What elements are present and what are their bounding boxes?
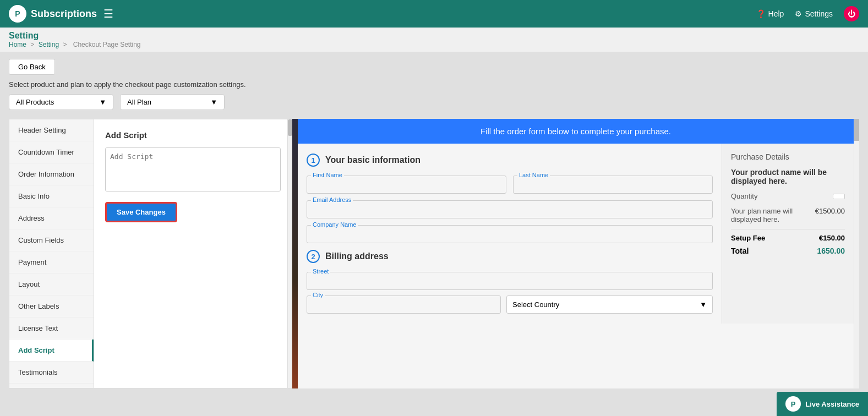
country-select[interactable]: Select Country ▼: [506, 295, 713, 314]
setup-fee-value: €150.00: [819, 234, 845, 242]
preview-scrollbar: [854, 119, 859, 388]
name-row: First Name Last Name: [307, 176, 713, 194]
breadcrumb-setting[interactable]: Setting: [39, 41, 59, 48]
email-label: Email Address: [311, 196, 353, 203]
breadcrumb-bar: Setting Home > Setting > Checkout Page S…: [0, 28, 868, 52]
logo-icon: P: [9, 5, 26, 23]
plan-name: Your plan name will displayed here.: [731, 207, 815, 223]
sidebar-item-layout[interactable]: Layout: [9, 273, 94, 295]
sidebar-item-custom-fields[interactable]: Custom Fields: [9, 229, 94, 251]
checkout-header: Fill the order form below to complete yo…: [298, 119, 854, 144]
street-field: Street: [307, 272, 713, 290]
script-textarea[interactable]: [105, 147, 281, 191]
city-input[interactable]: [307, 295, 501, 314]
breadcrumb: Home > Setting > Checkout Page Setting: [9, 41, 859, 48]
power-icon: ⏻: [848, 9, 855, 18]
help-button[interactable]: ❓ Help: [756, 9, 784, 18]
section1-title-row: 1 Your basic information: [307, 154, 713, 167]
preview-background: Fill the order form below to complete yo…: [292, 119, 859, 388]
total-label: Total: [731, 247, 749, 255]
breadcrumb-home[interactable]: Home: [9, 41, 26, 48]
plan-dropdown[interactable]: All Plan ▼: [120, 94, 225, 110]
sidebar-item-other-labels[interactable]: Other Labels: [9, 295, 94, 318]
sidebar-item-payment[interactable]: Payment: [9, 251, 94, 273]
plan-price: €1500.00: [815, 207, 845, 223]
live-assistance-button[interactable]: P Live Assistance: [777, 392, 868, 416]
live-assist-label: Live Assistance: [805, 400, 859, 408]
sidebar-item-license-text[interactable]: License Text: [9, 318, 94, 340]
last-name-label: Last Name: [517, 172, 550, 178]
sidebar: Header Setting Countdown Timer Order Inf…: [9, 119, 94, 388]
first-name-field: First Name: [307, 176, 506, 194]
company-input[interactable]: [307, 225, 713, 243]
gear-icon: ⚙: [795, 9, 802, 18]
product-name: Your product name will be displayed here…: [731, 168, 845, 185]
email-input[interactable]: [307, 200, 713, 218]
script-panel-title: Add Script: [105, 130, 281, 140]
section2-title-row: 2 Billing address: [307, 250, 713, 263]
setup-fee-row: Setup Fee €150.00: [731, 234, 845, 242]
purchase-details-panel: Purchase Details Your product name will …: [722, 144, 854, 324]
scroll-bar: [287, 119, 292, 388]
section1-num: 1: [307, 154, 320, 167]
nav-left: P Subscriptions ☰: [9, 5, 113, 23]
save-changes-button[interactable]: Save Changes: [105, 202, 177, 222]
sidebar-item-add-script[interactable]: Add Script: [9, 340, 94, 362]
content-row: Header Setting Countdown Timer Order Inf…: [9, 119, 859, 388]
checkout-form: Fill the order form below to complete yo…: [298, 119, 854, 388]
sidebar-item-order-information[interactable]: Order Information: [9, 163, 94, 185]
section1-title: Your basic information: [325, 155, 421, 165]
settings-button[interactable]: ⚙ Settings: [795, 9, 833, 18]
page-title-top: Setting: [9, 31, 859, 41]
billing-section: 2 Billing address Street City: [307, 250, 713, 314]
top-navigation: P Subscriptions ☰ ❓ Help ⚙ Settings ⏻: [0, 0, 868, 28]
street-label: Street: [311, 268, 330, 275]
checkout-left: 1 Your basic information First Name Last…: [298, 144, 722, 324]
quantity-label: Quantity: [731, 192, 757, 200]
sidebar-item-footer[interactable]: Footer: [9, 384, 94, 388]
live-assist-logo: P: [785, 396, 801, 412]
divider: [731, 229, 845, 229]
city-field: City: [307, 295, 501, 314]
purchase-title: Purchase Details: [731, 152, 845, 161]
preview-scroll-thumb[interactable]: [854, 119, 859, 141]
sidebar-item-testimonials[interactable]: Testimonials: [9, 362, 94, 384]
app-logo: P Subscriptions: [9, 5, 97, 23]
sidebar-item-basic-info[interactable]: Basic Info: [9, 185, 94, 207]
company-field: Company Name: [307, 225, 713, 243]
section2-num: 2: [307, 250, 320, 263]
street-input[interactable]: [307, 272, 713, 290]
setup-fee-label: Setup Fee: [731, 234, 765, 242]
sidebar-item-address[interactable]: Address: [9, 207, 94, 229]
sidebar-item-countdown-timer[interactable]: Countdown Timer: [9, 141, 94, 163]
quantity-row: Quantity: [731, 192, 845, 200]
section2-title: Billing address: [325, 251, 389, 261]
power-button[interactable]: ⏻: [844, 6, 859, 21]
hamburger-icon[interactable]: ☰: [103, 7, 113, 20]
chevron-down-icon: ▼: [210, 98, 217, 106]
total-value: 1650.00: [817, 247, 845, 255]
go-back-button[interactable]: Go Back: [9, 59, 55, 75]
checkout-header-text: Fill the order form below to complete yo…: [481, 127, 671, 136]
email-field: Email Address: [307, 200, 713, 218]
breadcrumb-current: Checkout Page Setting: [73, 41, 141, 48]
description-text: Select product and plan to apply the che…: [9, 80, 859, 89]
chevron-down-icon: ▼: [700, 300, 707, 309]
app-name: Subscriptions: [31, 8, 97, 20]
city-label: City: [311, 292, 325, 298]
product-dropdown[interactable]: All Products ▼: [9, 94, 113, 110]
preview-panel: Fill the order form below to complete yo…: [292, 119, 859, 388]
main-area: Go Back Select product and plan to apply…: [0, 52, 868, 416]
filter-dropdowns: All Products ▼ All Plan ▼: [9, 94, 859, 110]
sidebar-item-header-setting[interactable]: Header Setting: [9, 119, 94, 141]
plan-row: Your plan name will displayed here. €150…: [731, 207, 845, 223]
nav-right: ❓ Help ⚙ Settings ⏻: [756, 6, 859, 21]
scroll-thumb[interactable]: [288, 119, 292, 136]
chevron-down-icon: ▼: [99, 98, 106, 106]
help-icon: ❓: [756, 9, 766, 18]
country-placeholder: Select Country: [512, 300, 559, 309]
city-country-row: City Select Country ▼: [307, 295, 713, 314]
quantity-box[interactable]: [833, 194, 845, 199]
company-label: Company Name: [311, 221, 358, 228]
checkout-body: 1 Your basic information First Name Last…: [298, 144, 854, 324]
